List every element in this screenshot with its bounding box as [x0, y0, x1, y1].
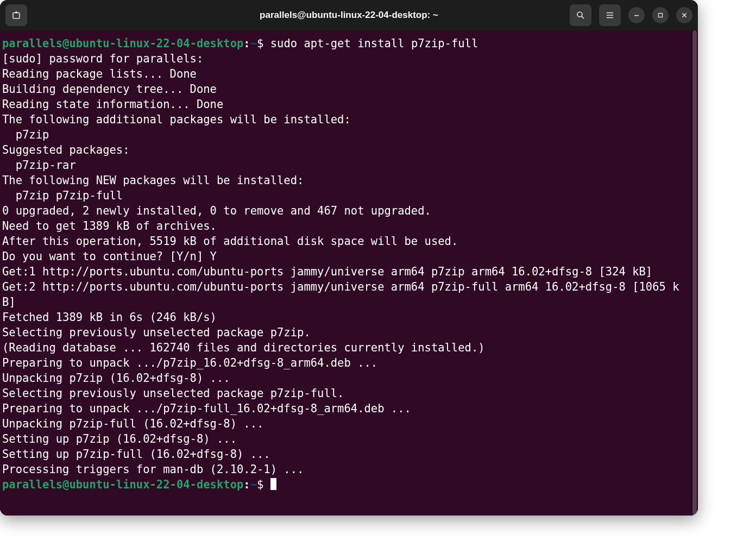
new-tab-button[interactable] — [5, 4, 27, 26]
output-line: Fetched 1389 kB in 6s (246 kB/s) — [2, 310, 689, 325]
output-line: Suggested packages: — [2, 142, 689, 158]
scrollbar[interactable] — [691, 30, 698, 516]
command-text: sudo apt-get install p7zip-full — [270, 37, 478, 50]
output-line: Get:1 http://ports.ubuntu.com/ubuntu-por… — [2, 264, 689, 279]
terminal-viewport[interactable]: parallels@ubuntu-linux-22-04-desktop:~$ … — [0, 30, 691, 516]
svg-rect-0 — [13, 13, 20, 19]
output-line: Get:2 http://ports.ubuntu.com/ubuntu-por… — [2, 279, 689, 310]
output-line: Reading package lists... Done — [2, 66, 689, 81]
output-line: Unpacking p7zip-full (16.02+dfsg-8) ... — [2, 416, 689, 431]
output-line: p7zip p7zip-full — [2, 188, 689, 203]
prompt-path: ~ — [250, 478, 257, 491]
output-line: [sudo] password for parallels: — [2, 51, 689, 66]
output-line: Reading state information... Done — [2, 97, 689, 112]
titlebar: parallels@ubuntu-linux-22-04-desktop: ~ — [0, 0, 698, 30]
output-line: Setting up p7zip (16.02+dfsg-8) ... — [2, 431, 689, 447]
window-title: parallels@ubuntu-linux-22-04-desktop: ~ — [260, 10, 438, 21]
prompt-sep: : — [243, 37, 250, 50]
cursor — [270, 478, 276, 490]
terminal-line: parallels@ubuntu-linux-22-04-desktop:~$ — [2, 477, 689, 492]
output-line: The following additional packages will b… — [2, 112, 689, 127]
output-line: After this operation, 5519 kB of additio… — [2, 234, 689, 249]
maximize-button[interactable] — [652, 7, 669, 23]
output-line: Do you want to continue? [Y/n] Y — [2, 249, 689, 264]
output-line: p7zip — [2, 127, 689, 142]
output-line: Need to get 1389 kB of archives. — [2, 218, 689, 234]
prompt-sigil: $ — [257, 37, 270, 50]
output-line: Setting up p7zip-full (16.02+dfsg-8) ... — [2, 447, 689, 462]
search-icon — [576, 10, 585, 20]
output-line: Selecting previously unselected package … — [2, 386, 689, 401]
terminal-line: parallels@ubuntu-linux-22-04-desktop:~$ … — [2, 36, 689, 51]
minimize-icon — [633, 11, 640, 19]
output-line: Building dependency tree... Done — [2, 81, 689, 97]
search-button[interactable] — [570, 4, 591, 26]
output-line: Unpacking p7zip (16.02+dfsg-8) ... — [2, 370, 689, 386]
output-line: p7zip-rar — [2, 158, 689, 173]
prompt-sep: : — [243, 478, 250, 491]
svg-point-1 — [577, 12, 582, 17]
menu-button[interactable] — [599, 4, 621, 26]
terminal-window: parallels@ubuntu-linux-22-04-desktop: ~ — [0, 0, 698, 516]
hamburger-icon — [605, 10, 615, 20]
prompt-sigil: $ — [257, 478, 270, 491]
minimize-button[interactable] — [628, 7, 645, 23]
svg-rect-2 — [659, 14, 663, 17]
output-line: Preparing to unpack .../p7zip-full_16.02… — [2, 401, 689, 416]
output-line: Selecting previously unselected package … — [2, 325, 689, 340]
output-line: (Reading database ... 162740 files and d… — [2, 340, 689, 355]
output-line: The following NEW packages will be insta… — [2, 173, 689, 188]
output-line: Processing triggers for man-db (2.10.2-1… — [2, 462, 689, 477]
output-line: Preparing to unpack .../p7zip_16.02+dfsg… — [2, 355, 689, 370]
prompt-userhost: parallels@ubuntu-linux-22-04-desktop — [2, 37, 243, 50]
scrollbar-thumb[interactable] — [692, 30, 697, 516]
maximize-icon — [657, 12, 664, 18]
close-button[interactable] — [676, 7, 692, 23]
close-icon — [681, 11, 688, 19]
prompt-userhost: parallels@ubuntu-linux-22-04-desktop — [2, 478, 243, 491]
output-line: 0 upgraded, 2 newly installed, 0 to remo… — [2, 203, 689, 218]
prompt-path: ~ — [250, 37, 257, 50]
